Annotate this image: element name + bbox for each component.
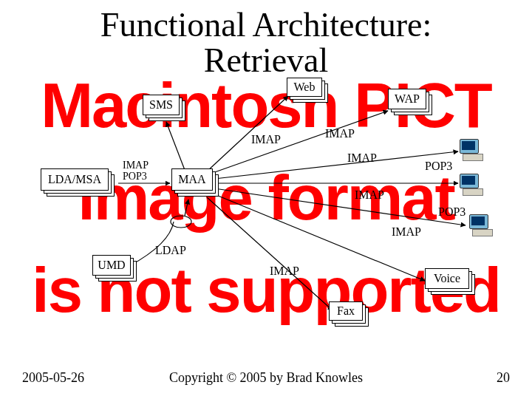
node-maa: MAA [171,168,220,200]
edge-label-imap-a: IMAP [251,133,281,146]
node-web: Web [287,78,330,104]
edge-label-imap-b: IMAP [325,127,355,140]
label-voice: Voice [425,268,469,289]
node-voice: Voice [425,268,477,298]
computer-icon-3 [469,214,494,236]
node-fax: Fax [329,301,370,330]
label-lda-msa: LDA/MSA [41,168,109,191]
node-wap: WAP [388,89,434,117]
edge-label-imap-d: IMAP [355,188,384,202]
node-umd: UMD [92,255,138,284]
label-umd: UMD [92,255,131,276]
edge-label-ldap: LDAP [155,244,186,257]
edge-label-imap-pop3: IMAP POP3 [123,160,149,182]
label-maa: MAA [171,168,213,191]
diagram-stage: SMS Web WAP LDA/MSA MAA [0,0,532,399]
edge-label-pop3-a: POP3 [425,160,452,173]
computer-icon-1 [460,139,485,161]
node-lda-msa: LDA/MSA [41,168,115,198]
node-sms: SMS [143,95,187,123]
computer-icon-2 [460,174,485,196]
footer-page-number: 20 [497,370,510,386]
label-sms: SMS [143,95,180,115]
label-web: Web [287,78,322,97]
label-fax: Fax [329,301,363,321]
label-wap: WAP [388,89,426,109]
edge-label-imap-f: IMAP [270,265,299,278]
footer-copyright: Copyright © 2005 by Brad Knowles [0,370,532,386]
edge-label-pop3-b: POP3 [438,205,466,219]
edge-label-imap-e: IMAP [392,225,421,239]
edge-label-imap-c: IMAP [347,151,377,165]
